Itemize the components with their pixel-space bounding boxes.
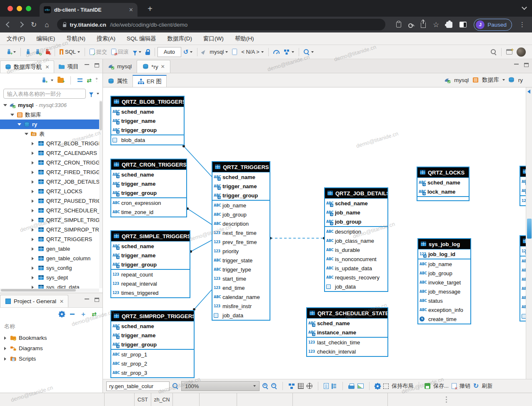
tree-horizontal-scrollbar[interactable] [0,289,99,292]
diagram-search-input[interactable] [106,381,170,391]
share-icon[interactable] [421,22,426,28]
expander-icon[interactable] [4,347,8,350]
extensions-icon[interactable] [446,22,452,28]
er-column[interactable]: ABCjob_name [325,208,387,217]
er-column[interactable]: ABCjob_message [418,287,470,296]
export-image-icon[interactable] [357,384,364,389]
zoom-in-icon[interactable]: + [262,383,268,389]
er-column[interactable]: ABCtrigger_group [212,191,270,200]
er-column[interactable]: 123job_log_id [418,249,470,259]
er-entity-sys_job_log[interactable]: sys_job_log123job_log_idABCjob_nameABCjo… [417,238,471,324]
browser-tab[interactable]: <t> db-client - TitanIDE ✕ [40,3,137,17]
maximize-panel-icon[interactable] [95,63,99,67]
collapse-icon[interactable] [70,314,75,315]
er-column[interactable]: ABCsched_name [212,172,270,182]
refresh-icon[interactable]: ↻ [473,383,479,389]
er-entity-header[interactable]: QRTZ_CRON_TRIGGERS [111,159,186,170]
er-column[interactable]: 123repeat_interval [111,279,190,288]
menu-item[interactable]: 文件(F) [7,35,25,42]
tree-item-qrtz_paused_trigger_grps[interactable]: QRTZ_PAUSED_TRIGGER_GRPS [0,196,102,206]
er-entity-header[interactable]: QRTZ_BLOB_TRIGGERS [111,97,184,107]
er-column[interactable]: ABCsched_name [111,170,186,179]
commit-button[interactable]: ✓提交 [87,47,109,57]
catalog-button[interactable] [230,47,239,57]
connect-button[interactable] [23,47,33,57]
menu-item[interactable]: 搜索(A) [97,35,115,42]
expander-icon[interactable] [32,152,35,155]
menu-item[interactable]: 窗口(W) [203,35,224,42]
tree-item-qrtz_triggers[interactable]: QRTZ_TRIGGERS [0,234,102,244]
user-avatar-button[interactable] [515,47,528,57]
chevron-down-icon[interactable] [522,5,527,10]
new-tab-button[interactable]: + [145,4,155,14]
er-column[interactable]: ABCstatus [418,296,470,305]
er-column[interactable]: ABCtrigger_type [212,265,270,274]
dashboard-button[interactable] [271,47,282,57]
er-column[interactable]: ABCis_nonconcurrent [325,254,387,264]
tree-item-qrtz_simple_triggers[interactable]: QRTZ_SIMPLE_TRIGGERS [0,215,102,225]
password-key-icon[interactable] [408,22,414,27]
close-tab-icon[interactable]: ✕ [129,7,133,13]
project-item-scripts[interactable]: Scripts [0,354,102,364]
er-column[interactable]: 123last_checkin_time [307,338,387,347]
tree-item-qrtz_scheduler_state[interactable]: QRTZ_SCHEDULER_STATE [0,206,102,215]
expander-icon[interactable] [32,199,35,203]
er-column[interactable]: 123repeat_count [111,270,190,279]
crosshair-icon[interactable] [307,383,312,389]
bookmark-star-icon[interactable]: ☆ [433,20,439,29]
zoom-out-icon[interactable]: − [271,383,277,389]
er-column[interactable]: 123priority [212,247,270,256]
expander-icon[interactable] [10,114,14,116]
notes-icon[interactable] [324,383,329,389]
project-item-diagrams[interactable]: Diagrams [0,343,102,354]
select-frame-icon[interactable] [383,384,389,389]
tab-ry[interactable]: *ry✕ [137,60,170,73]
tree-item-qrtz_calendars[interactable]: QRTZ_CALENDARS [0,148,102,158]
view-menu-icon[interactable] [96,78,97,80]
er-column[interactable]: ABCdescription [325,227,387,236]
tree-item-sys_config[interactable]: sys_config [0,263,102,273]
er-entity-qrtz_simprop_triggers[interactable]: QRTZ_SIMPROP_TRIGGERSABCsched_nameABCtri… [110,310,195,378]
tab-projects[interactable]: 项目 [54,60,83,73]
expander-icon[interactable] [32,228,35,232]
er-column[interactable]: ABCjob_group [325,217,387,226]
link-editor-icon[interactable]: ⇄ [87,77,92,84]
breadcrumb-database[interactable]: 数据库 [482,76,499,84]
history-button[interactable]: ↺ [181,47,195,57]
tab-properties[interactable]: 属性 [103,75,132,87]
link-editor-icon[interactable]: ⇄ [92,311,97,317]
keep-layout-button[interactable]: 保持布局 [392,382,413,390]
er-column[interactable]: 123next_fire_time [212,228,270,237]
clipboard-icon[interactable] [396,22,401,27]
refresh-button[interactable]: 刷新 [482,382,492,390]
expander-icon[interactable] [32,190,35,193]
expander-icon[interactable] [32,161,35,164]
er-entity-header[interactable]: sys_job_log [418,239,470,249]
tree-vertical-scrollbar[interactable] [99,100,102,288]
tree-item-qrtz_blob_triggers[interactable]: QRTZ_BLOB_TRIGGERS [0,139,102,148]
er-column[interactable]: ABCjob_group [418,269,470,278]
expander-icon[interactable] [17,123,21,125]
close-icon[interactable]: ✕ [45,64,50,70]
er-column[interactable]: ABCsched_name [111,321,194,331]
er-column[interactable]: ABCtrigger_group [111,340,194,349]
er-entity-qrtz_blob_triggers[interactable]: QRTZ_BLOB_TRIGGERSABCsched_nameABCtrigge… [110,96,185,145]
maximize-panel-icon[interactable] [95,298,99,302]
minimize-editor-icon[interactable] [514,63,519,65]
expander-icon[interactable] [32,247,35,251]
er-column[interactable]: ABCsched_name [111,107,184,116]
network-button[interactable] [282,47,296,57]
er-entity-header[interactable]: QRTZ_SIMPLE_TRIGGERS [111,231,190,242]
diagram-settings-icon[interactable] [375,384,380,389]
er-diagram-canvas[interactable]: QRTZ_BLOB_TRIGGERSABCsched_nameABCtrigge… [103,87,532,379]
tab-mysql[interactable]: mysql [103,60,137,73]
browser-menu-icon[interactable]: ⋮ [519,21,525,28]
side-panel-icon[interactable] [460,22,467,27]
er-entity-qrtz_scheduler_state[interactable]: QRTZ_SCHEDULER_STATEABCsched_nameABCinst… [306,307,388,357]
search-icon[interactable] [172,383,178,389]
project-item-bookmarks[interactable]: Bookmarks [0,333,102,343]
er-column[interactable]: create_time [418,314,470,324]
er-entity-qrtz_triggers[interactable]: QRTZ_TRIGGERSABCsched_nameABCtrigger_nam… [212,161,270,321]
home-icon[interactable]: ⌂ [45,21,49,28]
er-column[interactable]: ABCtrigger_name [212,182,270,191]
